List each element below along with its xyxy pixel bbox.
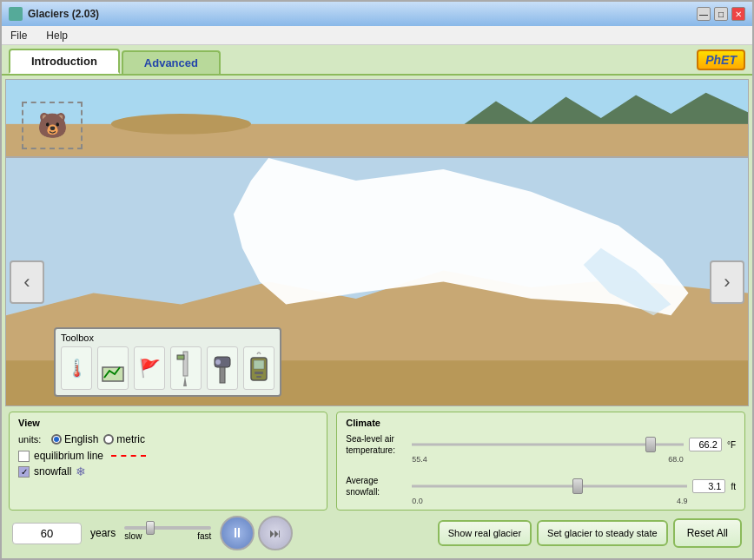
svg-point-15 — [215, 359, 221, 365]
main-content: 🐻 ‹ › Toolbox — [2, 76, 752, 558]
window-controls: — □ ✕ — [697, 7, 745, 21]
snowfall-range: 0.0 4.9 — [412, 497, 687, 505]
tool-graph[interactable] — [97, 346, 129, 390]
snowfall-climate-label: Averagesnowfall: — [346, 475, 407, 497]
right-buttons: Show real glacier Set glacier to steady … — [438, 518, 742, 548]
sea-temp-thumb[interactable] — [645, 437, 656, 452]
unit-english-radio[interactable] — [51, 434, 62, 445]
menu-help[interactable]: Help — [43, 30, 71, 42]
sea-temp-unit: °F — [727, 440, 736, 450]
speed-fast-label: fast — [197, 531, 211, 541]
top-scene: 🐻 — [5, 79, 749, 157]
svg-rect-18 — [255, 372, 263, 374]
unit-english-label: English — [64, 433, 98, 445]
svg-rect-2 — [6, 124, 748, 156]
svg-rect-9 — [103, 367, 123, 381]
equil-row: equilibrium line — [18, 450, 318, 462]
speed-track — [124, 526, 211, 530]
tool-gps[interactable] — [243, 346, 274, 390]
steady-state-button[interactable]: Set glacier to steady state — [537, 520, 668, 546]
nav-left-button[interactable]: ‹ — [10, 260, 44, 304]
view-panel: View units: English metric — [9, 412, 327, 511]
snowfall-value: 3.1 — [692, 479, 725, 493]
unit-metric-radio[interactable] — [103, 434, 114, 445]
sea-temp-row: Sea-level airtemperature: 55.4 68.0 66.2 — [346, 433, 736, 456]
tabs-bar: Introduction Advanced PhET — [2, 45, 752, 76]
minimize-button[interactable]: — — [697, 7, 711, 21]
svg-rect-17 — [254, 360, 264, 369]
panels-row: View units: English metric — [9, 412, 745, 511]
time-value: 60 — [41, 527, 53, 540]
svg-rect-19 — [256, 376, 261, 378]
units-label: units: — [18, 434, 46, 445]
snowfall-label: snowfall — [34, 465, 71, 478]
climate-panel-title: Climate — [346, 418, 736, 428]
equil-line-preview — [111, 455, 146, 457]
bear-container: 🐻 — [22, 102, 83, 149]
snowflake-icon: ❄ — [76, 464, 86, 478]
snowfall-row: ✓ snowfall ❄ — [18, 464, 318, 478]
speed-labels: slow fast — [124, 531, 211, 541]
speed-thumb[interactable] — [146, 521, 155, 535]
main-window: Glaciers (2.03) — □ ✕ File Help Introduc… — [0, 0, 754, 560]
toolbox-items: 🌡️ 🚩 — [61, 346, 274, 390]
nav-right-button[interactable]: › — [710, 260, 744, 304]
snowfall-slider-container: 0.0 4.9 — [412, 478, 687, 495]
app-icon — [9, 7, 23, 21]
sea-temp-value: 66.2 — [689, 438, 722, 451]
bear-icon: 🐻 — [37, 111, 68, 140]
unit-english-option[interactable]: English — [51, 433, 98, 445]
snowfall-thumb[interactable] — [572, 478, 583, 494]
equil-label: equilibrium line — [34, 450, 103, 462]
snowfall-climate-row: Averagesnowfall: 0.0 4.9 3.1 ft — [346, 475, 736, 497]
units-row: units: English metric — [18, 433, 318, 445]
equil-checkbox[interactable] — [18, 451, 30, 462]
controls-area: View units: English metric — [2, 406, 752, 558]
tool-drill[interactable] — [207, 346, 238, 390]
sea-temp-label: Sea-level airtemperature: — [346, 433, 407, 456]
close-button[interactable]: ✕ — [731, 7, 745, 21]
unit-metric-option[interactable]: metric — [103, 433, 145, 445]
speed-slow-label: slow — [124, 531, 142, 541]
tool-flag[interactable]: 🚩 — [134, 346, 165, 390]
pause-button[interactable]: ⏸ — [220, 516, 255, 550]
reset-button[interactable]: Reset All — [673, 518, 742, 548]
top-landscape-svg — [6, 80, 748, 156]
svg-point-3 — [111, 114, 251, 134]
tool-stake[interactable] — [170, 346, 202, 390]
menu-file[interactable]: File — [7, 30, 30, 42]
menu-bar: File Help — [2, 26, 752, 45]
snowfall-track — [412, 485, 687, 488]
view-panel-title: View — [18, 418, 318, 428]
tab-advanced[interactable]: Advanced — [122, 50, 221, 74]
glacier-scene: ‹ › Toolbox 🌡️ 🚩 — [5, 157, 749, 406]
years-label: years — [90, 527, 116, 539]
show-glacier-button[interactable]: Show real glacier — [438, 520, 532, 546]
time-display: 60 — [12, 523, 82, 544]
tool-thermometer[interactable]: 🌡️ — [61, 346, 92, 390]
sea-temp-slider-container: 55.4 68.0 — [412, 436, 684, 453]
sea-temp-range: 55.4 68.0 — [412, 455, 684, 464]
svg-rect-11 — [177, 355, 184, 359]
toolbox-label: Toolbox — [61, 333, 274, 343]
svg-rect-14 — [220, 367, 225, 383]
playback-row: 60 years slow fast ⏸ — [9, 516, 745, 550]
window-title: Glaciers (2.03) — [28, 8, 99, 20]
climate-panel: Climate Sea-level airtemperature: 55.4 — [336, 412, 745, 511]
phet-logo: PhET — [697, 49, 745, 70]
sea-temp-track — [412, 444, 684, 446]
unit-metric-label: metric — [116, 433, 145, 445]
snowfall-unit: ft — [731, 482, 736, 491]
tab-introduction[interactable]: Introduction — [9, 49, 120, 74]
toolbox: Toolbox 🌡️ 🚩 — [54, 327, 281, 397]
maximize-button[interactable]: □ — [714, 7, 728, 21]
svg-marker-12 — [183, 376, 187, 386]
title-bar: Glaciers (2.03) — □ ✕ — [2, 2, 752, 26]
play-controls: ⏸ ⏭ — [220, 516, 293, 550]
step-button[interactable]: ⏭ — [258, 516, 293, 550]
speed-slider-area: slow fast — [124, 526, 211, 541]
snowfall-checkbox[interactable]: ✓ — [18, 466, 30, 478]
